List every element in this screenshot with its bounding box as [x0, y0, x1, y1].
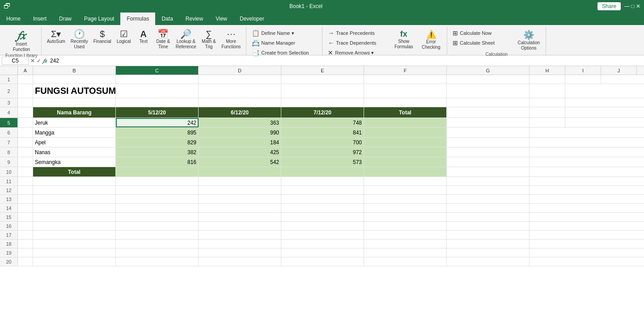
- cell-g5[interactable]: [447, 118, 530, 127]
- cell-e1[interactable]: [281, 75, 364, 84]
- more-functions-button[interactable]: ⋯ MoreFunctions: [220, 29, 242, 50]
- cell-e7[interactable]: 700: [281, 138, 364, 147]
- financial-button[interactable]: $ Financial: [92, 29, 113, 45]
- cell-c6[interactable]: 895: [116, 128, 199, 137]
- cell-b5[interactable]: Jeruk: [33, 118, 116, 127]
- col-header-f[interactable]: F: [364, 66, 447, 75]
- col-header-j[interactable]: J: [601, 66, 637, 75]
- error-checking-button[interactable]: ⚠️ ErrorChecking: [419, 29, 443, 51]
- tab-data[interactable]: Data: [155, 13, 179, 25]
- cell-e5[interactable]: 748: [281, 118, 364, 127]
- cell-h3[interactable]: [530, 98, 565, 107]
- col-header-k[interactable]: K: [637, 66, 644, 75]
- cell-b3[interactable]: [33, 98, 116, 107]
- logical-button[interactable]: ☑ Logical: [115, 29, 133, 45]
- cell-c1[interactable]: [116, 75, 199, 84]
- cell-c3[interactable]: [116, 98, 199, 107]
- cell-f4-header[interactable]: Total: [364, 107, 447, 118]
- autosum-button[interactable]: Σ▾ AutoSum: [45, 29, 67, 45]
- cell-b2[interactable]: FUNGSI AUTOSUM: [33, 84, 116, 98]
- name-manager-button[interactable]: 📇 Name Manager: [250, 38, 313, 47]
- cell-e4-header[interactable]: 7/12/20: [281, 107, 364, 118]
- cell-e10[interactable]: [281, 167, 364, 176]
- trace-precedents-button[interactable]: → Trace Precedents: [326, 29, 389, 38]
- math-trig-button[interactable]: ∑ Math &Trig: [200, 29, 218, 50]
- col-header-b[interactable]: B: [33, 66, 116, 75]
- cell-h1[interactable]: [530, 75, 565, 84]
- cell-g3[interactable]: [447, 98, 530, 107]
- cell-d7[interactable]: 184: [199, 138, 281, 147]
- cell-a1[interactable]: [18, 75, 33, 84]
- lookup-reference-button[interactable]: 🔎 Lookup &Reference: [174, 29, 198, 50]
- cell-g4[interactable]: [447, 107, 530, 118]
- cell-h2[interactable]: [530, 84, 565, 98]
- cell-f7[interactable]: [364, 138, 447, 147]
- cell-d8[interactable]: 425: [199, 147, 281, 157]
- tab-formulas[interactable]: Formulas: [120, 13, 155, 25]
- cell-d6[interactable]: 990: [199, 128, 281, 137]
- cell-d2[interactable]: [199, 84, 281, 98]
- tab-view[interactable]: View: [209, 13, 233, 25]
- cancel-formula-icon[interactable]: ✕: [30, 58, 35, 64]
- cell-b7[interactable]: Apel: [33, 138, 116, 147]
- cell-b8[interactable]: Nanas: [33, 147, 116, 157]
- cell-reference-input[interactable]: [2, 57, 29, 65]
- cell-f10[interactable]: [364, 167, 447, 176]
- cell-b1[interactable]: [33, 75, 116, 84]
- cell-b10-total[interactable]: Total: [33, 167, 116, 176]
- cell-d9[interactable]: 542: [199, 157, 281, 167]
- col-header-e[interactable]: E: [281, 66, 364, 75]
- col-header-h[interactable]: H: [530, 66, 565, 75]
- cell-f6[interactable]: [364, 128, 447, 137]
- cell-i1[interactable]: [565, 75, 601, 84]
- cell-e8[interactable]: 972: [281, 147, 364, 157]
- cell-g8[interactable]: [447, 147, 530, 157]
- cell-f8[interactable]: [364, 147, 447, 157]
- cell-h4[interactable]: [530, 107, 565, 118]
- text-button[interactable]: A Text: [135, 29, 153, 45]
- cell-g1[interactable]: [447, 75, 530, 84]
- cell-c2[interactable]: [116, 84, 199, 98]
- cell-g7[interactable]: [447, 138, 530, 147]
- col-header-d[interactable]: D: [199, 66, 281, 75]
- calculation-options-button[interactable]: ⚙️ CalculationOptions: [516, 29, 542, 52]
- col-header-g[interactable]: G: [447, 66, 530, 75]
- cell-a8[interactable]: [18, 147, 33, 157]
- cell-f2[interactable]: [364, 84, 447, 98]
- create-from-selection-button[interactable]: 📑 Create from Selection: [250, 48, 313, 57]
- calculate-sheet-button[interactable]: ⊞ Calculate Sheet: [451, 38, 513, 47]
- cell-h5[interactable]: [530, 118, 565, 127]
- cell-a7[interactable]: [18, 138, 33, 147]
- insert-function-small-icon[interactable]: 𝑓𝑥: [43, 58, 47, 64]
- date-time-button[interactable]: 📅 Date &Time: [154, 29, 172, 50]
- cell-c9[interactable]: 816: [116, 157, 199, 167]
- calculate-now-button[interactable]: ⊞ Calculate Now: [451, 29, 513, 38]
- cell-a3[interactable]: [18, 98, 33, 107]
- show-formulas-button[interactable]: fx ShowFormulas: [392, 29, 415, 50]
- cell-b6[interactable]: Mangga: [33, 128, 116, 137]
- cell-g10[interactable]: [447, 167, 530, 176]
- col-header-i[interactable]: I: [565, 66, 601, 75]
- cell-a10[interactable]: [18, 167, 33, 176]
- cell-c10[interactable]: [116, 167, 199, 176]
- cell-d1[interactable]: [199, 75, 281, 84]
- cell-g9[interactable]: [447, 157, 530, 167]
- cell-a2[interactable]: [18, 84, 33, 98]
- cell-d3[interactable]: [199, 98, 281, 107]
- tab-page-layout[interactable]: Page Layout: [78, 13, 120, 25]
- cell-e9[interactable]: 573: [281, 157, 364, 167]
- cell-c4-header[interactable]: 5/12/20: [116, 107, 199, 118]
- cell-a5[interactable]: [18, 118, 33, 127]
- cell-g6[interactable]: [447, 128, 530, 137]
- cell-c7[interactable]: 829: [116, 138, 199, 147]
- cell-c8[interactable]: 382: [116, 147, 199, 157]
- cell-d5[interactable]: 363: [199, 118, 281, 127]
- cell-d10[interactable]: [199, 167, 281, 176]
- cell-f9[interactable]: [364, 157, 447, 167]
- cell-b9[interactable]: Semangka: [33, 157, 116, 167]
- share-button[interactable]: Share: [597, 2, 621, 10]
- cell-g2[interactable]: [447, 84, 530, 98]
- tab-draw[interactable]: Draw: [53, 13, 78, 25]
- cell-d4-header[interactable]: 6/12/20: [199, 107, 281, 118]
- cell-f3[interactable]: [364, 98, 447, 107]
